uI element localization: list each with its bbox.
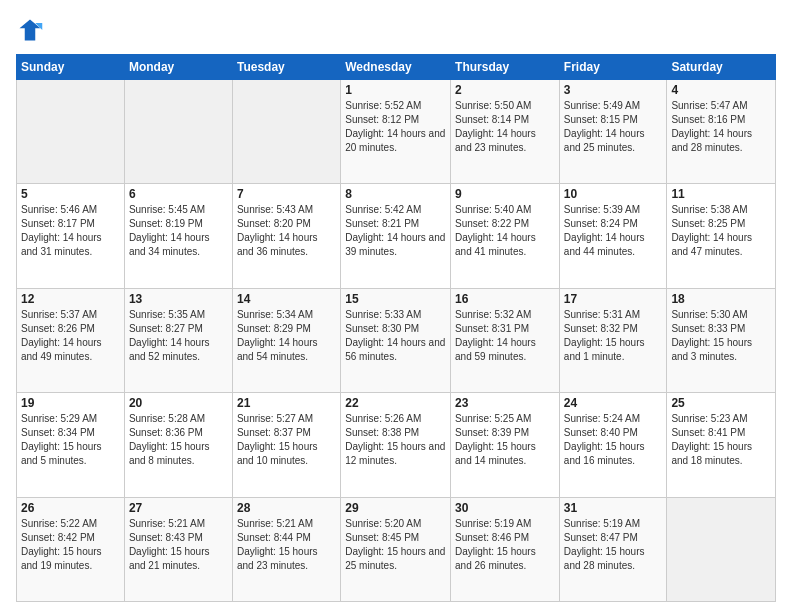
day-info: Sunrise: 5:23 AMSunset: 8:41 PMDaylight:…	[671, 412, 771, 468]
calendar-cell: 17Sunrise: 5:31 AMSunset: 8:32 PMDayligh…	[559, 288, 667, 392]
day-number: 3	[564, 83, 663, 97]
day-number: 10	[564, 187, 663, 201]
calendar-cell: 11Sunrise: 5:38 AMSunset: 8:25 PMDayligh…	[667, 184, 776, 288]
calendar-table: SundayMondayTuesdayWednesdayThursdayFrid…	[16, 54, 776, 602]
calendar-cell: 19Sunrise: 5:29 AMSunset: 8:34 PMDayligh…	[17, 393, 125, 497]
day-number: 14	[237, 292, 336, 306]
day-number: 26	[21, 501, 120, 515]
day-info: Sunrise: 5:21 AMSunset: 8:44 PMDaylight:…	[237, 517, 336, 573]
day-number: 11	[671, 187, 771, 201]
header-row: SundayMondayTuesdayWednesdayThursdayFrid…	[17, 55, 776, 80]
day-info: Sunrise: 5:47 AMSunset: 8:16 PMDaylight:…	[671, 99, 771, 155]
calendar-cell: 26Sunrise: 5:22 AMSunset: 8:42 PMDayligh…	[17, 497, 125, 601]
day-info: Sunrise: 5:52 AMSunset: 8:12 PMDaylight:…	[345, 99, 446, 155]
logo-icon	[16, 16, 44, 44]
calendar-cell: 14Sunrise: 5:34 AMSunset: 8:29 PMDayligh…	[232, 288, 340, 392]
day-number: 12	[21, 292, 120, 306]
calendar-cell	[232, 80, 340, 184]
day-number: 18	[671, 292, 771, 306]
header-cell-wednesday: Wednesday	[341, 55, 451, 80]
calendar-cell: 31Sunrise: 5:19 AMSunset: 8:47 PMDayligh…	[559, 497, 667, 601]
day-number: 17	[564, 292, 663, 306]
day-number: 22	[345, 396, 446, 410]
day-info: Sunrise: 5:21 AMSunset: 8:43 PMDaylight:…	[129, 517, 228, 573]
calendar-cell: 23Sunrise: 5:25 AMSunset: 8:39 PMDayligh…	[451, 393, 560, 497]
day-number: 30	[455, 501, 555, 515]
day-number: 19	[21, 396, 120, 410]
day-number: 15	[345, 292, 446, 306]
calendar-cell: 13Sunrise: 5:35 AMSunset: 8:27 PMDayligh…	[124, 288, 232, 392]
day-number: 29	[345, 501, 446, 515]
day-number: 13	[129, 292, 228, 306]
day-number: 8	[345, 187, 446, 201]
calendar-cell: 5Sunrise: 5:46 AMSunset: 8:17 PMDaylight…	[17, 184, 125, 288]
calendar-cell: 30Sunrise: 5:19 AMSunset: 8:46 PMDayligh…	[451, 497, 560, 601]
day-number: 20	[129, 396, 228, 410]
day-info: Sunrise: 5:37 AMSunset: 8:26 PMDaylight:…	[21, 308, 120, 364]
calendar-cell: 20Sunrise: 5:28 AMSunset: 8:36 PMDayligh…	[124, 393, 232, 497]
day-info: Sunrise: 5:39 AMSunset: 8:24 PMDaylight:…	[564, 203, 663, 259]
calendar-cell: 18Sunrise: 5:30 AMSunset: 8:33 PMDayligh…	[667, 288, 776, 392]
header-cell-monday: Monday	[124, 55, 232, 80]
calendar-body: 1Sunrise: 5:52 AMSunset: 8:12 PMDaylight…	[17, 80, 776, 602]
day-number: 23	[455, 396, 555, 410]
calendar-cell: 15Sunrise: 5:33 AMSunset: 8:30 PMDayligh…	[341, 288, 451, 392]
day-info: Sunrise: 5:19 AMSunset: 8:47 PMDaylight:…	[564, 517, 663, 573]
calendar-cell: 22Sunrise: 5:26 AMSunset: 8:38 PMDayligh…	[341, 393, 451, 497]
week-row-2: 12Sunrise: 5:37 AMSunset: 8:26 PMDayligh…	[17, 288, 776, 392]
day-info: Sunrise: 5:31 AMSunset: 8:32 PMDaylight:…	[564, 308, 663, 364]
day-info: Sunrise: 5:50 AMSunset: 8:14 PMDaylight:…	[455, 99, 555, 155]
week-row-1: 5Sunrise: 5:46 AMSunset: 8:17 PMDaylight…	[17, 184, 776, 288]
day-info: Sunrise: 5:32 AMSunset: 8:31 PMDaylight:…	[455, 308, 555, 364]
calendar-cell: 16Sunrise: 5:32 AMSunset: 8:31 PMDayligh…	[451, 288, 560, 392]
calendar-cell: 3Sunrise: 5:49 AMSunset: 8:15 PMDaylight…	[559, 80, 667, 184]
logo	[16, 16, 48, 44]
day-number: 28	[237, 501, 336, 515]
day-info: Sunrise: 5:22 AMSunset: 8:42 PMDaylight:…	[21, 517, 120, 573]
calendar-cell: 29Sunrise: 5:20 AMSunset: 8:45 PMDayligh…	[341, 497, 451, 601]
calendar-header: SundayMondayTuesdayWednesdayThursdayFrid…	[17, 55, 776, 80]
day-info: Sunrise: 5:42 AMSunset: 8:21 PMDaylight:…	[345, 203, 446, 259]
calendar-cell: 2Sunrise: 5:50 AMSunset: 8:14 PMDaylight…	[451, 80, 560, 184]
header-cell-tuesday: Tuesday	[232, 55, 340, 80]
day-info: Sunrise: 5:29 AMSunset: 8:34 PMDaylight:…	[21, 412, 120, 468]
calendar-cell: 25Sunrise: 5:23 AMSunset: 8:41 PMDayligh…	[667, 393, 776, 497]
calendar-cell: 1Sunrise: 5:52 AMSunset: 8:12 PMDaylight…	[341, 80, 451, 184]
day-info: Sunrise: 5:24 AMSunset: 8:40 PMDaylight:…	[564, 412, 663, 468]
day-info: Sunrise: 5:25 AMSunset: 8:39 PMDaylight:…	[455, 412, 555, 468]
day-info: Sunrise: 5:46 AMSunset: 8:17 PMDaylight:…	[21, 203, 120, 259]
calendar-cell: 12Sunrise: 5:37 AMSunset: 8:26 PMDayligh…	[17, 288, 125, 392]
day-number: 21	[237, 396, 336, 410]
calendar-cell	[17, 80, 125, 184]
day-info: Sunrise: 5:49 AMSunset: 8:15 PMDaylight:…	[564, 99, 663, 155]
day-number: 31	[564, 501, 663, 515]
day-number: 25	[671, 396, 771, 410]
day-info: Sunrise: 5:45 AMSunset: 8:19 PMDaylight:…	[129, 203, 228, 259]
calendar-cell: 10Sunrise: 5:39 AMSunset: 8:24 PMDayligh…	[559, 184, 667, 288]
day-number: 2	[455, 83, 555, 97]
day-info: Sunrise: 5:35 AMSunset: 8:27 PMDaylight:…	[129, 308, 228, 364]
day-info: Sunrise: 5:34 AMSunset: 8:29 PMDaylight:…	[237, 308, 336, 364]
header	[16, 16, 776, 44]
calendar-cell: 6Sunrise: 5:45 AMSunset: 8:19 PMDaylight…	[124, 184, 232, 288]
day-info: Sunrise: 5:27 AMSunset: 8:37 PMDaylight:…	[237, 412, 336, 468]
week-row-4: 26Sunrise: 5:22 AMSunset: 8:42 PMDayligh…	[17, 497, 776, 601]
svg-marker-0	[20, 20, 41, 41]
calendar-cell: 21Sunrise: 5:27 AMSunset: 8:37 PMDayligh…	[232, 393, 340, 497]
day-number: 1	[345, 83, 446, 97]
calendar-cell: 24Sunrise: 5:24 AMSunset: 8:40 PMDayligh…	[559, 393, 667, 497]
day-info: Sunrise: 5:28 AMSunset: 8:36 PMDaylight:…	[129, 412, 228, 468]
day-number: 24	[564, 396, 663, 410]
day-number: 9	[455, 187, 555, 201]
calendar-cell	[124, 80, 232, 184]
week-row-3: 19Sunrise: 5:29 AMSunset: 8:34 PMDayligh…	[17, 393, 776, 497]
day-info: Sunrise: 5:43 AMSunset: 8:20 PMDaylight:…	[237, 203, 336, 259]
calendar-cell: 7Sunrise: 5:43 AMSunset: 8:20 PMDaylight…	[232, 184, 340, 288]
day-info: Sunrise: 5:19 AMSunset: 8:46 PMDaylight:…	[455, 517, 555, 573]
week-row-0: 1Sunrise: 5:52 AMSunset: 8:12 PMDaylight…	[17, 80, 776, 184]
calendar-cell: 27Sunrise: 5:21 AMSunset: 8:43 PMDayligh…	[124, 497, 232, 601]
day-info: Sunrise: 5:33 AMSunset: 8:30 PMDaylight:…	[345, 308, 446, 364]
day-info: Sunrise: 5:38 AMSunset: 8:25 PMDaylight:…	[671, 203, 771, 259]
calendar-cell: 9Sunrise: 5:40 AMSunset: 8:22 PMDaylight…	[451, 184, 560, 288]
header-cell-saturday: Saturday	[667, 55, 776, 80]
